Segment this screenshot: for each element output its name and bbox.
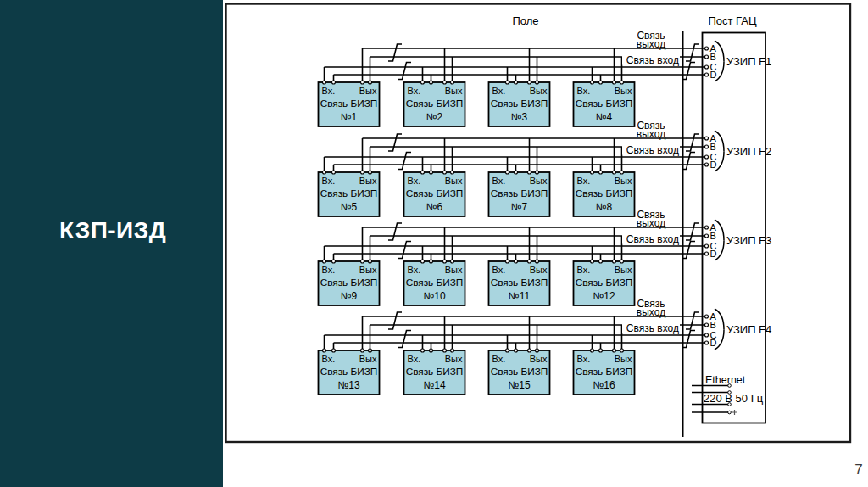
bizp-number-label: №1 [341,111,358,123]
bizp-name-label: Связь БИЗП [491,366,548,378]
terminal-circle [613,349,616,352]
terminal-circle [620,171,624,174]
bizp-number-label: №14 [423,379,446,391]
bizp-number-label: №2 [426,111,443,123]
bizp-number-label: №15 [508,379,531,391]
uzip-terminal-circle [705,55,709,59]
bizp-name-label: Связь БИЗП [576,188,633,199]
uzip-terminal-letter: D [710,70,717,80]
bizp-name-label: Связь БИЗП [320,188,378,199]
terminal-circle [620,349,624,352]
terminal-circle [451,171,454,174]
uzip-terminal-letter: D [710,338,717,348]
bizp-number-label: №5 [341,201,358,213]
link-in-label: Связь вход [626,233,679,245]
terminal-circle [323,260,326,263]
terminal-circle [536,171,539,174]
uzip-terminal-circle [705,323,709,327]
bizp-in-label: Вх. [492,176,506,186]
terminal-circle [361,260,364,263]
bizp-out-label: Вых [530,176,548,186]
bizp-name-label: Связь БИЗП [320,366,378,378]
bizp-out-label: Вых [530,86,548,96]
logo: ПРИВ ГУПС [0,428,223,468]
terminal-circle [536,349,539,352]
bizp-number-label: №7 [511,201,528,213]
bizp-number-label: №12 [593,290,615,302]
terminal-circle [443,171,447,174]
terminal-circle [613,171,616,174]
terminal-circle [620,81,624,84]
uzip-terminal-circle [705,226,709,229]
terminal-circle [515,260,518,263]
terminal-circle [613,81,616,84]
terminal-circle [323,171,326,174]
bizp-number-label: №6 [426,201,443,213]
terminal-circle [443,81,447,84]
uzip-terminal-circle [705,73,709,76]
terminal-circle [451,349,454,352]
sidebar: КЗП-ИЗД ПРИВ ГУПС [0,0,223,487]
terminal-circle [599,260,603,263]
terminal-circle [591,260,594,263]
bizp-in-label: Вх. [577,265,591,275]
bizp-name-label: Связь БИЗП [576,277,633,288]
uzip-terminal-circle [705,244,709,248]
terminal-circle [506,260,509,263]
bizp-out-label: Вых [359,265,377,275]
stub-terminal-circle [728,411,732,414]
field-zone-label: Поле [512,14,538,27]
bizp-number-label: №8 [596,201,613,213]
bizp-name-label: Связь БИЗП [406,366,464,378]
bizp-out-label: Вых [615,354,632,364]
terminal-circle [421,171,425,174]
bizp-in-label: Вх. [322,354,336,364]
bizp-out-label: Вых [530,265,548,275]
uzip-label: УЗИП F2 [726,145,771,158]
bizp-name-label: Связь БИЗП [491,188,548,199]
bizp-name-label: Связь БИЗП [320,98,378,109]
bizp-out-label: Вых [445,176,463,186]
bizp-number-label: №4 [596,111,613,123]
uzip-terminal-circle [705,65,709,69]
terminal-circle [451,81,454,84]
terminal-circle [528,171,531,174]
uzip-terminal-letter: B [710,320,716,330]
uzip-terminal-letter: B [710,52,716,62]
bizp-in-label: Вх. [492,265,506,275]
bizp-name-label: Связь БИЗП [406,98,464,109]
terminal-circle [536,260,539,263]
bizp-name-label: Связь БИЗП [576,366,633,378]
terminal-circle [323,81,326,84]
uzip-terminal-circle [705,137,709,140]
bizp-number-label: №9 [341,290,358,302]
terminal-circle [620,260,624,263]
terminal-circle [421,349,425,352]
terminal-circle [430,171,433,174]
bizp-name-label: Связь БИЗП [320,277,378,288]
bizp-in-label: Вх. [408,176,421,186]
bizp-in-label: Вх. [577,354,591,364]
terminal-circle [451,260,454,263]
bizp-name-label: Связь БИЗП [491,277,548,288]
terminal-circle [332,260,336,263]
terminal-circle [528,260,531,263]
uzip-terminal-circle [705,47,709,50]
bizp-out-label: Вых [615,265,632,275]
bizp-in-label: Вх. [322,265,336,275]
terminal-circle [599,81,603,84]
terminal-circle [369,349,372,352]
uzip-terminal-letter: D [710,160,717,170]
ethernet-label: Ethernet [705,374,746,386]
bizp-out-label: Вых [359,176,377,186]
bizp-out-label: Вых [359,354,377,364]
bizp-in-label: Вх. [408,354,421,364]
page-number: 7 [850,462,867,479]
terminal-circle [430,81,433,84]
terminal-circle [506,171,509,174]
terminal-circle [361,81,364,84]
link-in-label: Связь вход [626,54,679,66]
uzip-label: УЗИП F1 [726,55,771,68]
link-in-label: Связь вход [626,144,679,156]
bizp-in-label: Вх. [492,354,506,364]
